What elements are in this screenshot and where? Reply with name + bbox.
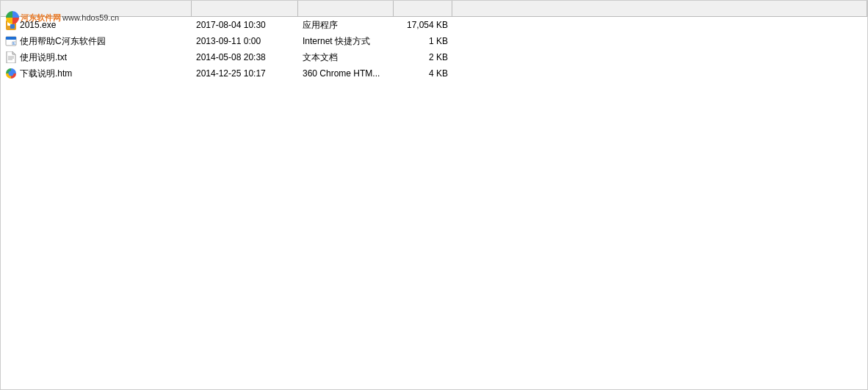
file-extra-cell [452,66,867,81]
file-size: 2 KB [429,52,448,62]
file-icon [5,68,17,79]
file-name: 使用帮助C河东软件园 [20,35,106,48]
file-icon: IE [5,35,17,47]
file-type: 应用程序 [303,19,338,32]
file-name-cell: 下载说明.htm [1,66,192,81]
file-type-cell: 360 Chrome HTM... [298,66,394,81]
file-extra-cell [452,50,867,65]
table-body: 2015.exe 2017-08-04 10:30 应用程序 17,054 KB… [1,17,867,82]
file-size: 1 KB [429,36,448,46]
table-row[interactable]: IE 使用帮助C河东软件园 2013-09-11 0:00 Internet 快… [1,33,867,49]
svg-rect-4 [6,37,16,40]
file-date-cell: 2014-12-25 10:17 [192,66,298,81]
file-type: 360 Chrome HTM... [303,68,380,79]
file-date: 2014-05-08 20:38 [196,52,266,62]
file-size-cell: 2 KB [394,50,452,65]
htm-icon [5,68,17,79]
table-header [1,1,867,17]
file-extra-cell [452,18,867,32]
watermark-site-name: 河东软件网 [21,12,61,24]
file-extra-cell [452,34,867,48]
file-size-cell: 4 KB [394,66,452,81]
file-date-cell: 2013-09-11 0:00 [192,34,298,48]
file-type: 文本文档 [303,51,338,64]
file-size: 17,054 KB [407,20,448,30]
file-size-cell: 1 KB [394,34,452,48]
col-header-extra [452,1,867,16]
file-explorer: 河东软件网 www.hdos59.cn 2015.exe [0,0,868,390]
table-row[interactable]: 使用说明.txt 2014-05-08 20:38 文本文档 2 KB [1,49,867,65]
col-header-size[interactable] [394,1,452,16]
file-name-cell: 使用说明.txt [1,50,192,65]
file-icon [5,51,17,63]
txt-icon [6,51,16,63]
url-icon: IE [5,35,17,47]
watermark-logo-icon [6,11,19,24]
col-header-date[interactable] [192,1,298,16]
file-date-cell: 2014-05-08 20:38 [192,50,298,65]
file-name: 使用说明.txt [20,51,67,64]
file-type-cell: 文本文档 [298,50,394,65]
file-name-cell: IE 使用帮助C河东软件园 [1,34,192,48]
file-type-cell: Internet 快捷方式 [298,34,394,48]
file-size: 4 KB [429,68,448,79]
table-row[interactable]: 下载说明.htm 2014-12-25 10:17 360 Chrome HTM… [1,65,867,82]
file-type: Internet 快捷方式 [303,35,370,48]
file-date: 2013-09-11 0:00 [196,36,261,46]
file-date: 2014-12-25 10:17 [196,68,266,79]
file-name: 下载说明.htm [20,68,72,80]
col-header-type[interactable] [298,1,394,16]
file-size-cell: 17,054 KB [394,18,452,32]
watermark: 河东软件网 www.hdos59.cn [6,11,119,24]
svg-text:IE: IE [12,41,16,46]
table-row[interactable]: 2015.exe 2017-08-04 10:30 应用程序 17,054 KB [1,17,867,33]
svg-point-11 [9,71,14,76]
file-date-cell: 2017-08-04 10:30 [192,18,298,32]
file-date: 2017-08-04 10:30 [196,20,266,30]
svg-rect-2 [10,24,15,29]
file-type-cell: 应用程序 [298,18,394,32]
watermark-site-url: www.hdos59.cn [62,13,119,22]
